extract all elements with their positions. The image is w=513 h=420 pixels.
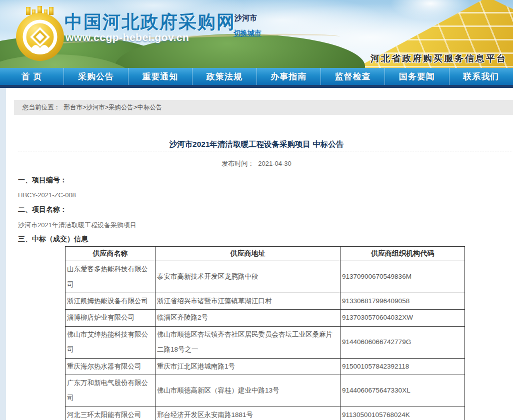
publish-date-label: 发布时间： <box>222 160 254 167</box>
left-margin-strip <box>0 88 6 420</box>
supplier-name-cell: 重庆海尔热水器有限公司 <box>66 358 156 375</box>
supplier-code-cell: 91370900670549836M <box>340 261 465 293</box>
table-row: 重庆海尔热水器有限公司 重庆市江北区港城南路1号 915001057842392… <box>66 358 465 375</box>
supplier-code-cell: 915001057842392118 <box>340 358 465 375</box>
nav-item[interactable]: 政策法规 <box>192 68 256 85</box>
nav-item[interactable]: 国务要闻 <box>385 68 449 85</box>
main-nav: 首 页 采购公告 重要通知 政策法规 办事指南 监督检查 国务要闻 联系我们 <box>0 68 513 85</box>
nav-bottom-strip <box>0 85 513 88</box>
supplier-address-cell: 泰安市高新技术开发区龙腾路中段 <box>156 261 340 293</box>
nav-item[interactable]: 办事指南 <box>257 68 321 85</box>
pyramid-glow <box>390 0 470 21</box>
table-row: 佛山市艾绅热能科技有限公司 佛山市顺德区杏坛镇齐杏社区居民委员会杏坛工业区桑麻片… <box>66 326 465 358</box>
site-url: www.ccgp-hebei.gov.cn <box>66 31 189 43</box>
supplier-code-cell: 91130500105768024K <box>340 407 465 420</box>
supplier-name-cell: 广东万和新电气股份有限公司 <box>66 375 156 407</box>
page-title: 沙河市2021年清洁取暖工程设备采购项目 中标公告 <box>0 139 513 150</box>
breadcrumb-prefix: 您当前位置： <box>22 104 60 111</box>
supplier-name-cell: 佛山市艾绅热能科技有限公司 <box>66 326 156 358</box>
nav-item[interactable]: 采购公告 <box>64 68 128 85</box>
col-header-supplier-address: 供应商地址 <box>156 247 340 261</box>
current-city-label: 沙河市 <box>234 13 257 23</box>
supplier-address-cell: 浙江省绍兴市诸暨市江藻镇草湖江口村 <box>156 293 340 310</box>
site-header: 中国河北政府采购网 www.ccgp-hebei.gov.cn 沙河市 切换城市… <box>0 0 513 68</box>
site-name: 中国河北政府采购网 <box>64 10 236 34</box>
publish-date-line: 发布时间：2021-04-30 <box>0 159 513 168</box>
supplier-code-cell: 91440606066742779G <box>340 326 465 358</box>
supplier-name-cell: 浙江凯姆热能设备有限公司 <box>66 293 156 310</box>
publish-date-value: 2021-04-30 <box>258 160 292 167</box>
dashed-divider <box>18 151 512 151</box>
table-row: 山东爱客多热能科技有限公司 泰安市高新技术开发区龙腾路中段 9137090067… <box>66 261 465 293</box>
award-table: 供应商名称 供应商地址 供应商组织机构代码 山东爱客多热能科技有限公司 泰安市高… <box>65 246 465 420</box>
supplier-name-cell: 山东爱客多热能科技有限公司 <box>66 261 156 293</box>
table-row: 河北三环太阳能有限公司 邢台经济开发区永安南路1881号 91130500105… <box>66 407 465 420</box>
supplier-name-cell: 淄博柳店炉业有限公司 <box>66 310 156 326</box>
project-number-value: HBCY-2021-ZC-008 <box>18 191 76 199</box>
col-header-supplier-org-code: 供应商组织机构代码 <box>340 247 465 261</box>
supplier-address-cell: 佛山市顺德区杏坛镇齐杏社区居民委员会杏坛工业区桑麻片二路18号之一 <box>156 326 340 358</box>
supplier-address-cell: 邢台经济开发区永安南路1881号 <box>156 407 340 420</box>
section-heading-project-number: 一、项目编号： <box>18 176 67 185</box>
page: 中国河北政府采购网 www.ccgp-hebei.gov.cn 沙河市 切换城市… <box>0 0 513 420</box>
supplier-code-cell: 9137030570604032XW <box>340 310 465 326</box>
supplier-address-cell: 重庆市江北区港城南路1号 <box>156 358 340 375</box>
supplier-address-cell: 临淄区齐陵路2号 <box>156 310 340 326</box>
site-logo-icon[interactable] <box>13 6 67 63</box>
nav-item[interactable]: 监督检查 <box>321 68 385 85</box>
supplier-address-cell: 佛山市顺德高新区（容桂）建业中路13号 <box>156 375 340 407</box>
table-header-row: 供应商名称 供应商地址 供应商组织机构代码 <box>66 247 465 261</box>
project-name-value: 沙河市2021年清洁取暖工程设备采购项目 <box>18 221 136 230</box>
supplier-code-cell: 9144060675647330XL <box>340 375 465 407</box>
table-row: 浙江凯姆热能设备有限公司 浙江省绍兴市诸暨市江藻镇草湖江口村 913306817… <box>66 293 465 310</box>
supplier-name-cell: 河北三环太阳能有限公司 <box>66 407 156 420</box>
breadcrumb: 您当前位置： 邢台市>沙河市>采购公告>中标公告 <box>14 100 513 115</box>
table-row: 广东万和新电气股份有限公司 佛山市顺德高新区（容桂）建业中路13号 914406… <box>66 375 465 407</box>
col-header-supplier-name: 供应商名称 <box>66 247 156 261</box>
section-heading-award-info: 三、中标（成交）信息 <box>18 235 88 244</box>
table-row: 淄博柳店炉业有限公司 临淄区齐陵路2号 9137030570604032XW <box>66 310 465 326</box>
switch-city-link[interactable]: 切换城市 <box>234 29 262 38</box>
section-heading-project-name: 二、项目名称： <box>18 205 67 214</box>
platform-tagline: 河北省政府购买服务信息平台 <box>370 52 507 64</box>
nav-item[interactable]: 首 页 <box>0 68 64 85</box>
nav-item[interactable]: 联系我们 <box>450 68 513 85</box>
nav-item[interactable]: 重要通知 <box>128 68 192 85</box>
supplier-code-cell: 913306817996409058 <box>340 293 465 310</box>
breadcrumb-path: 邢台市>沙河市>采购公告>中标公告 <box>64 104 162 111</box>
